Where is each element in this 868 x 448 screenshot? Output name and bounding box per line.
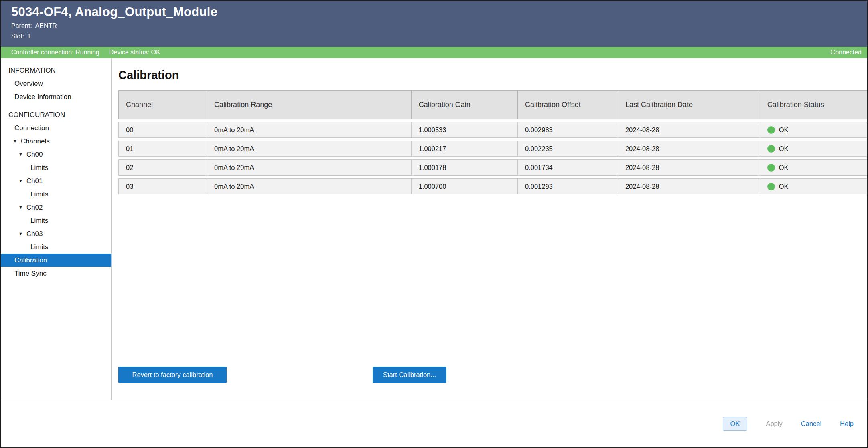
- sidebar-item-label: Channels: [21, 137, 50, 145]
- status-bar-left: Controller connection: Running Device st…: [11, 49, 160, 56]
- cell-status: OK: [760, 159, 867, 176]
- cell-offset: 0.001734: [518, 159, 618, 176]
- content-panel: Calibration Channel Calibration Range Ca…: [112, 58, 867, 400]
- status-badge: OK: [779, 145, 789, 152]
- body: INFORMATION Overview Device Information …: [1, 58, 867, 400]
- chevron-down-icon[interactable]: ▼: [13, 139, 17, 143]
- sidebar-item-calibration[interactable]: Calibration: [1, 254, 111, 267]
- chevron-down-icon[interactable]: ▼: [18, 179, 23, 183]
- cell-status: OK: [760, 141, 867, 157]
- sidebar-item-ch00[interactable]: ▼ Ch00: [1, 148, 111, 161]
- cell-range: 0mA to 20mA: [207, 159, 412, 176]
- module-properties-window: 5034-OF4, Analog_Output_Module Parent:AE…: [0, 0, 868, 448]
- cell-offset: 0.002983: [518, 122, 618, 138]
- device-status: Device status: OK: [109, 49, 160, 56]
- status-ok-icon: [767, 183, 775, 190]
- col-calibration-status: Calibration Status: [760, 90, 867, 119]
- apply-button[interactable]: Apply: [766, 420, 782, 428]
- sidebar-section-configuration: CONFIGURATION: [1, 108, 111, 121]
- table-row: 03 0mA to 20mA 1.000700 0.001293 2024-08…: [118, 178, 867, 194]
- sidebar-section-information: INFORMATION: [1, 64, 111, 77]
- start-calibration-button[interactable]: Start Calibration...: [373, 367, 446, 383]
- cell-date: 2024-08-28: [618, 141, 760, 157]
- cell-range: 0mA to 20mA: [207, 141, 412, 157]
- sidebar-item-ch02-limits[interactable]: Limits: [1, 214, 111, 227]
- sidebar-item-label: Ch01: [26, 177, 43, 185]
- status-badge: OK: [779, 126, 789, 133]
- sidebar-item-ch01-limits[interactable]: Limits: [1, 188, 111, 201]
- status-ok-icon: [767, 145, 775, 153]
- connection-state-badge: Connected: [831, 49, 862, 56]
- status-badge: OK: [779, 164, 789, 171]
- cell-offset: 0.002235: [518, 141, 618, 157]
- slot-label: Slot:: [11, 33, 24, 40]
- status-ok-icon: [767, 126, 775, 134]
- cell-status: OK: [760, 122, 867, 138]
- sidebar-item-label: Ch00: [26, 151, 43, 159]
- cell-date: 2024-08-28: [618, 122, 760, 138]
- ok-button[interactable]: OK: [723, 417, 748, 431]
- cell-channel: 01: [118, 141, 207, 157]
- cell-channel: 03: [118, 178, 207, 194]
- cell-gain: 1.000533: [412, 122, 518, 138]
- revert-factory-calibration-button[interactable]: Revert to factory calibration: [118, 367, 227, 383]
- header: 5034-OF4, Analog_Output_Module Parent:AE…: [1, 1, 867, 47]
- page-title: 5034-OF4, Analog_Output_Module: [11, 5, 857, 19]
- cell-channel: 02: [118, 159, 207, 176]
- parent-info: Parent:AENTR: [11, 22, 857, 30]
- sidebar-item-device-information[interactable]: Device Information: [1, 90, 111, 103]
- slot-info: Slot:1: [11, 33, 857, 40]
- sidebar-item-connection[interactable]: Connection: [1, 121, 111, 135]
- cell-date: 2024-08-28: [618, 159, 760, 176]
- table-row: 01 0mA to 20mA 1.000217 0.002235 2024-08…: [118, 141, 867, 157]
- status-bar: Controller connection: Running Device st…: [1, 47, 867, 58]
- cell-channel: 00: [118, 122, 207, 138]
- table-header-row: Channel Calibration Range Calibration Ga…: [118, 90, 867, 119]
- col-last-calibration-date: Last Calibration Date: [618, 90, 760, 119]
- controller-connection-status: Controller connection: Running: [11, 49, 99, 56]
- cell-offset: 0.001293: [518, 178, 618, 194]
- status-ok-icon: [767, 164, 775, 172]
- sidebar-item-ch01[interactable]: ▼ Ch01: [1, 174, 111, 188]
- calibration-table: Channel Calibration Range Calibration Ga…: [118, 87, 867, 197]
- chevron-down-icon[interactable]: ▼: [18, 205, 23, 210]
- cell-status: OK: [760, 178, 867, 194]
- chevron-down-icon[interactable]: ▼: [18, 152, 23, 157]
- cell-gain: 1.000178: [412, 159, 518, 176]
- col-calibration-gain: Calibration Gain: [412, 90, 518, 119]
- table-row: 00 0mA to 20mA 1.000533 0.002983 2024-08…: [118, 122, 867, 138]
- content-title: Calibration: [118, 69, 867, 82]
- sidebar-item-label: Ch02: [26, 204, 43, 212]
- cell-range: 0mA to 20mA: [207, 122, 412, 138]
- table-row: 02 0mA to 20mA 1.000178 0.001734 2024-08…: [118, 159, 867, 176]
- sidebar-item-channels[interactable]: ▼ Channels: [1, 135, 111, 148]
- sidebar: INFORMATION Overview Device Information …: [1, 58, 112, 400]
- chevron-down-icon[interactable]: ▼: [18, 232, 23, 236]
- col-calibration-offset: Calibration Offset: [518, 90, 618, 119]
- col-channel: Channel: [118, 90, 207, 119]
- col-calibration-range: Calibration Range: [207, 90, 412, 119]
- parent-label: Parent:: [11, 22, 32, 29]
- cell-gain: 1.000700: [412, 178, 518, 194]
- action-buttons: Revert to factory calibration Start Cali…: [118, 367, 867, 383]
- sidebar-item-ch02[interactable]: ▼ Ch02: [1, 201, 111, 214]
- sidebar-item-overview[interactable]: Overview: [1, 77, 111, 90]
- cell-gain: 1.000217: [412, 141, 518, 157]
- sidebar-item-ch03[interactable]: ▼ Ch03: [1, 227, 111, 240]
- status-badge: OK: [779, 183, 789, 190]
- sidebar-item-time-sync[interactable]: Time Sync: [1, 267, 111, 280]
- footer: OK Apply Cancel Help: [1, 400, 867, 447]
- slot-value: 1: [27, 33, 31, 40]
- sidebar-item-ch00-limits[interactable]: Limits: [1, 161, 111, 174]
- cell-range: 0mA to 20mA: [207, 178, 412, 194]
- sidebar-item-ch03-limits[interactable]: Limits: [1, 240, 111, 254]
- help-button[interactable]: Help: [840, 420, 854, 428]
- cancel-button[interactable]: Cancel: [801, 420, 821, 428]
- parent-value: AENTR: [35, 22, 57, 29]
- cell-date: 2024-08-28: [618, 178, 760, 194]
- sidebar-item-label: Ch03: [26, 230, 43, 238]
